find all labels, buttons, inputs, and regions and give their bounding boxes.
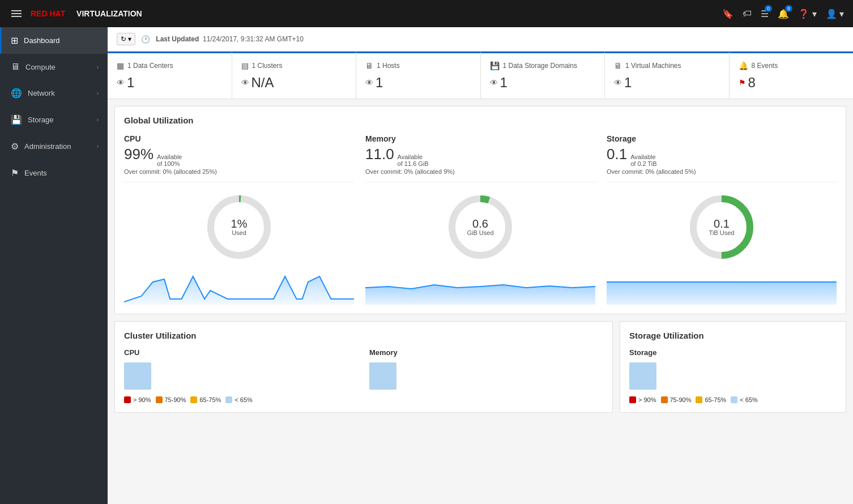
card-title: 🖥 1 Hosts bbox=[365, 61, 471, 70]
last-updated-label: Last Updated bbox=[156, 35, 199, 43]
card-sub: 👁 1 bbox=[365, 75, 471, 91]
card-virtual-machines[interactable]: 🖥 1 Virtual Machines 👁 1 bbox=[605, 52, 730, 99]
refresh-button[interactable]: ↻ ▾ bbox=[117, 33, 135, 45]
sidebar-item-storage[interactable]: 💾 Storage › bbox=[0, 106, 108, 133]
cluster-legend: > 90% 75-90% 65-75% < 65% bbox=[124, 396, 603, 403]
card-count: 1 bbox=[127, 75, 134, 91]
cluster-utilization-panel: Cluster Utilization CPU Memory > 90% bbox=[114, 321, 613, 413]
sidebar-item-compute[interactable]: 🖥 Compute › bbox=[0, 54, 108, 80]
eye-icon: 👁 bbox=[614, 78, 622, 87]
storage-legend-item-orange: 75-90% bbox=[661, 396, 692, 403]
list-icon[interactable]: ☰ 0 bbox=[761, 8, 769, 19]
card-data-storage[interactable]: 💾 1 Data Storage Domains 👁 1 bbox=[481, 52, 605, 99]
storage-util-label: Storage bbox=[629, 348, 837, 357]
storage-avail: 0.1 Available of 0.2 TiB bbox=[607, 146, 837, 167]
sidebar-item-administration[interactable]: ⚙ Administration › bbox=[0, 133, 108, 160]
user-icon[interactable]: 👤 ▾ bbox=[826, 8, 844, 19]
memory-sparkline bbox=[365, 271, 595, 305]
storage-donut-value: 0.1 bbox=[709, 218, 735, 229]
storage-avail-value: 0.1 bbox=[607, 146, 627, 163]
storage-domains-icon: 💾 bbox=[490, 61, 500, 70]
memory-donut-chart: 0.6 GiB Used bbox=[443, 190, 517, 264]
hamburger-menu[interactable] bbox=[9, 8, 24, 19]
card-clusters[interactable]: ▤ 1 Clusters 👁 N/A bbox=[232, 52, 357, 99]
sidebar-item-network[interactable]: 🌐 Network › bbox=[0, 80, 108, 106]
eye-icon: 👁 bbox=[365, 78, 373, 87]
memory-overcommit: Over commit: 0% (allocated 9%) bbox=[365, 168, 595, 175]
cluster-memory-label: Memory bbox=[369, 348, 603, 357]
storage-donut-label: TiB Used bbox=[709, 229, 735, 236]
sidebar-item-dashboard[interactable]: ⊞ Dashboard bbox=[0, 27, 108, 54]
svg-marker-8 bbox=[607, 282, 837, 305]
storage-legend-label-orange: 75-90% bbox=[670, 396, 692, 403]
memory-avail: 11.0 Available of 11.6 GiB bbox=[365, 146, 595, 167]
legend-dot-blue bbox=[225, 396, 232, 403]
flag-icon: ⚑ bbox=[739, 78, 746, 87]
memory-avail-of: of 11.6 GiB bbox=[398, 160, 429, 167]
storage-donut-center: 0.1 TiB Used bbox=[709, 218, 735, 236]
eye-icon: 👁 bbox=[490, 78, 498, 87]
last-updated-value: 11/24/2017, 9:31:32 AM GMT+10 bbox=[203, 35, 304, 43]
cluster-cpu-box bbox=[124, 362, 151, 390]
bell-badge: 8 bbox=[785, 5, 792, 12]
storage-legend-dot-blue bbox=[731, 396, 737, 403]
storage-legend-dot-orange bbox=[661, 396, 668, 403]
storage-legend-item-red: > 90% bbox=[629, 396, 656, 403]
legend-label-red: > 90% bbox=[133, 396, 151, 403]
sidebar-item-label: Events bbox=[24, 169, 99, 177]
storage-donut-chart: 0.1 TiB Used bbox=[685, 190, 758, 264]
eye-icon: 👁 bbox=[117, 78, 125, 87]
tag-icon[interactable]: 🏷 bbox=[743, 8, 752, 19]
sidebar-item-label: Administration bbox=[24, 142, 91, 151]
storage-util-title: Storage Utilization bbox=[629, 331, 837, 340]
card-events[interactable]: 🔔 8 Events ⚑ 8 bbox=[730, 52, 854, 99]
legend-item-red: > 90% bbox=[124, 396, 151, 403]
memory-donut-value: 0.6 bbox=[467, 218, 493, 229]
main-content: ↻ ▾ 🕐 Last Updated 11/24/2017, 9:31:32 A… bbox=[108, 27, 853, 504]
memory-avail-value: 11.0 bbox=[365, 146, 394, 163]
storage-legend-item-blue: < 65% bbox=[731, 396, 758, 403]
storage-utilization-panel: Storage Utilization Storage > 90% 75-90% bbox=[620, 321, 846, 413]
util-storage: Storage 0.1 Available of 0.2 TiB Over co… bbox=[607, 134, 837, 305]
card-hosts[interactable]: 🖥 1 Hosts 👁 1 bbox=[356, 52, 481, 99]
cpu-title: CPU bbox=[124, 134, 354, 143]
cpu-donut-value: 1% bbox=[231, 218, 248, 229]
sidebar-item-events[interactable]: ⚑ Events bbox=[0, 160, 108, 186]
card-data-centers[interactable]: ▦ 1 Data Centers 👁 1 bbox=[108, 52, 232, 99]
util-grid: CPU 99% Available of 100% Over commit: 0… bbox=[124, 134, 837, 305]
top-navigation: RED HAT VIRTUALIZATION 🔖 🏷 ☰ 0 🔔 8 ❓ ▾ 👤… bbox=[0, 0, 853, 27]
storage-donut: 0.1 TiB Used bbox=[607, 190, 837, 264]
bookmark-icon[interactable]: 🔖 bbox=[722, 8, 733, 19]
chevron-right-icon: › bbox=[97, 64, 99, 70]
legend-label-blue: < 65% bbox=[234, 396, 253, 403]
card-count: 1 bbox=[376, 75, 383, 91]
legend-item-yellow: 65-75% bbox=[190, 396, 221, 403]
sidebar-item-label: Storage bbox=[28, 116, 91, 124]
card-title: ▦ 1 Data Centers bbox=[117, 61, 223, 70]
cluster-cpu-section: CPU bbox=[124, 348, 358, 390]
cpu-sparkline bbox=[124, 271, 354, 305]
storage-util-section: Storage bbox=[629, 348, 837, 390]
card-title-label: 8 Events bbox=[752, 62, 778, 70]
sidebar: ⊞ Dashboard 🖥 Compute › 🌐 Network › 💾 St… bbox=[0, 27, 108, 504]
legend-dot-orange bbox=[156, 396, 163, 403]
clock-icon: 🕐 bbox=[141, 35, 150, 44]
cluster-memory-box bbox=[369, 362, 396, 390]
cpu-overcommit: Over commit: 0% (allocated 25%) bbox=[124, 168, 354, 175]
card-title: 💾 1 Data Storage Domains bbox=[490, 61, 596, 70]
help-icon[interactable]: ❓ ▾ bbox=[798, 8, 816, 19]
cluster-util-grid: CPU Memory bbox=[124, 348, 603, 390]
card-sub: 👁 1 bbox=[614, 75, 720, 91]
memory-donut: 0.6 GiB Used bbox=[365, 190, 595, 264]
storage-legend-item-yellow: 65-75% bbox=[696, 396, 726, 403]
cpu-donut-center: 1% Used bbox=[231, 218, 248, 236]
events-icon: ⚑ bbox=[11, 168, 19, 178]
bell-icon[interactable]: 🔔 8 bbox=[778, 8, 789, 19]
brand-redhat: RED HAT bbox=[31, 9, 65, 18]
content-header: ↻ ▾ 🕐 Last Updated 11/24/2017, 9:31:32 A… bbox=[108, 27, 853, 52]
card-title-label: 1 Hosts bbox=[377, 62, 400, 70]
network-icon: 🌐 bbox=[11, 88, 22, 99]
compute-icon: 🖥 bbox=[11, 62, 20, 72]
storage-legend-dot-yellow bbox=[696, 396, 702, 403]
storage-legend-label-yellow: 65-75% bbox=[705, 396, 726, 403]
